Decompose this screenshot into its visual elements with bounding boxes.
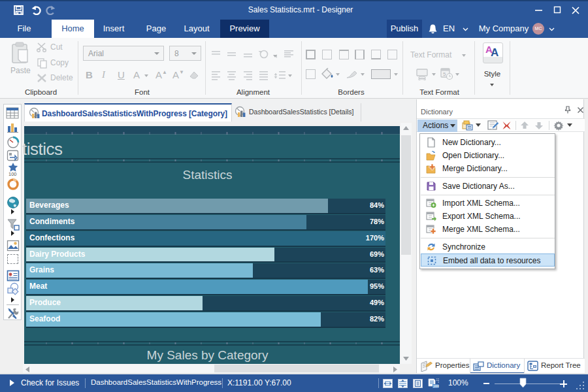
- svg-text:5: 5: [443, 71, 446, 77]
- svg-text:100: 100: [433, 384, 439, 388]
- svg-text:100: 100: [8, 171, 17, 176]
